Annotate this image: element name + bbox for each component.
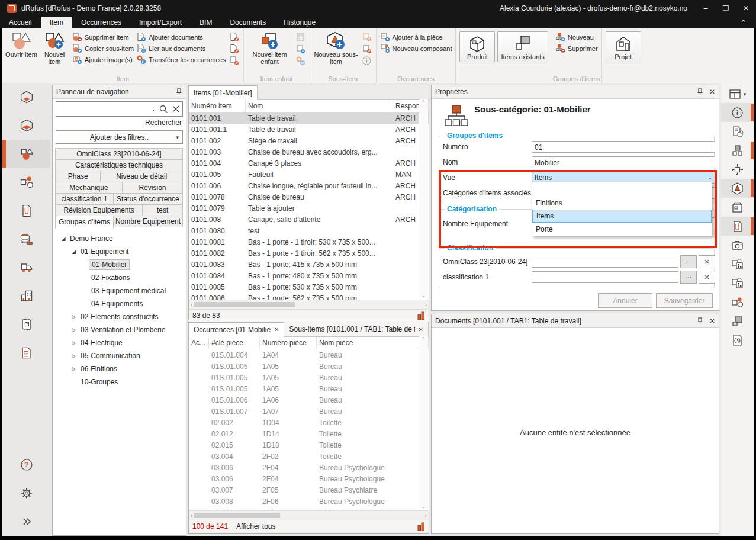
tree-expander-icon[interactable]: ◢ xyxy=(59,236,67,242)
module-attachments-icon[interactable] xyxy=(2,197,50,225)
module-reports-icon[interactable] xyxy=(2,339,50,367)
items-hscroll-thumb[interactable] xyxy=(194,302,295,307)
groupe-nouveau-button[interactable]: Nouveau xyxy=(555,31,598,43)
module-components-icon[interactable] xyxy=(2,168,50,197)
lier-documents-button[interactable]: Lier aux documents xyxy=(136,43,226,54)
table-row[interactable]: 0101.001Table de travailARCH xyxy=(189,112,429,124)
filter-tab-phase[interactable]: Phase xyxy=(55,171,101,182)
dropdown-option-blank[interactable] xyxy=(532,182,712,197)
afficher-tous-link[interactable]: Afficher tous xyxy=(236,522,275,531)
nouveau-sous-item-button[interactable]: Nouveau sous-item xyxy=(313,30,360,66)
documents-close-icon[interactable]: ✕ xyxy=(709,317,715,325)
ajouter-filtres-dropdown[interactable]: Ajouter des filtres.. ▾ xyxy=(56,130,183,144)
tree-expander-icon[interactable]: ▷ xyxy=(70,340,78,346)
table-row[interactable]: 01S.01.0051A05Bureau xyxy=(189,372,429,383)
table-row[interactable]: 0101.0086Bas - 1 porte: 562 x 735 x 500 … xyxy=(189,292,429,300)
occurrences-tab[interactable]: Occurrences [01-Mobilie ✕ xyxy=(189,322,284,337)
module-logistics-icon[interactable] xyxy=(2,253,50,282)
filter-tab-caracteristiques[interactable]: Caractéristiques techniques xyxy=(55,159,183,171)
table-row[interactable]: 0101.0082Bas - 1 porte - 1 tiroir: 562 x… xyxy=(189,247,429,259)
rechercher-link[interactable]: Rechercher xyxy=(56,118,182,127)
tree-expander-icon[interactable]: ▷ xyxy=(70,314,78,320)
items-column-chooser-icon[interactable] xyxy=(417,311,425,320)
table-row[interactable]: 0101.0080test xyxy=(189,225,429,236)
tool-sub-items-icon[interactable] xyxy=(721,141,754,160)
child-list-icon[interactable] xyxy=(295,32,305,42)
table-row[interactable]: 03.0062F04Bureau Psychologue xyxy=(189,473,429,484)
tree-node[interactable]: 01-Mobilier xyxy=(57,258,183,271)
numero-input[interactable]: 01 xyxy=(532,141,715,153)
tree-node[interactable]: ▷04-Electrique xyxy=(57,336,183,349)
table-row[interactable]: 0101.003Chaise de bureau avec accoudoirs… xyxy=(189,146,429,158)
expand-rail-icon[interactable] xyxy=(2,507,50,536)
sous-items-tab-close-icon[interactable]: ✕ xyxy=(419,326,423,333)
filter-tab-classification-1[interactable]: classification 1 xyxy=(55,193,114,205)
item-tool-2-icon[interactable] xyxy=(229,44,239,54)
item-tool-1-icon[interactable] xyxy=(229,32,239,42)
tool-info-icon[interactable] xyxy=(721,103,754,122)
module-rooms-icon[interactable] xyxy=(2,111,50,140)
tab-occurrences[interactable]: Occurrences xyxy=(72,17,130,28)
tree-node[interactable]: 02-Fixations xyxy=(57,271,183,284)
filter-tab-status-occurrence[interactable]: Status d'occurrence xyxy=(113,193,183,205)
occurrences-column-chooser-icon[interactable] xyxy=(417,522,425,531)
layout-selector[interactable]: ▾ xyxy=(729,85,747,103)
table-row[interactable]: 03.0072F05Bureau Psychiatre xyxy=(189,484,429,496)
settings-gear-icon[interactable] xyxy=(2,479,50,507)
tool-documents-icon[interactable] xyxy=(721,217,754,236)
properties-close-icon[interactable]: ✕ xyxy=(709,88,715,96)
annuler-button[interactable]: Annuler xyxy=(598,293,652,308)
table-row[interactable]: 01S.01.0061A06Bureau xyxy=(189,394,429,406)
tab-historique[interactable]: Historique xyxy=(275,17,324,28)
transferer-occurrences-button[interactable]: Transférer les occurrences xyxy=(136,54,226,65)
tab-bim[interactable]: BIM xyxy=(191,17,221,28)
table-row[interactable]: 01S.01.0051A05Bureau xyxy=(189,383,429,394)
tree-node[interactable]: 04-Equipements xyxy=(57,297,183,310)
tool-product-icon[interactable] xyxy=(721,198,754,217)
tool-existing-items-icon[interactable] xyxy=(721,311,754,330)
col-nom-piece[interactable]: Nom pièce xyxy=(317,337,419,349)
tree-node[interactable]: ◢01-Equipement xyxy=(57,245,183,258)
omniclass-input[interactable] xyxy=(532,256,678,268)
tree-node[interactable]: ▷02-Elements constructifs xyxy=(57,310,183,323)
table-row[interactable]: 0101.0085Bas - 1 porte: 530 x 735 x 500 … xyxy=(189,281,429,292)
table-row[interactable]: 02.0121D14Toilette xyxy=(189,428,429,439)
dropdown-option-items[interactable]: Items xyxy=(532,210,712,223)
ajouter-documents-button[interactable]: Ajouter documents xyxy=(136,31,226,43)
items-existants-button[interactable]: Items existants xyxy=(497,31,548,62)
filter-tab-revision-equipements[interactable]: Révision Equipements xyxy=(55,204,143,216)
tool-classification-icon[interactable] xyxy=(721,255,754,274)
subitem-info-icon[interactable] xyxy=(362,56,372,66)
search-history-caret-icon[interactable]: ⌄ xyxy=(151,106,156,112)
projet-button[interactable]: Projet xyxy=(606,31,641,62)
table-row[interactable]: 03.0042F02Toilette xyxy=(189,451,429,462)
tab-item[interactable]: Item xyxy=(41,17,72,28)
module-catalog-icon[interactable] xyxy=(2,310,50,339)
child-transfer-icon[interactable] xyxy=(295,56,305,66)
items-horizontal-scrollbar[interactable]: ‹ › xyxy=(189,300,429,309)
filter-tab-nombre-equipement[interactable]: Nombre Equipement xyxy=(113,216,183,227)
table-row[interactable]: 02.0021D04Toilette xyxy=(189,417,429,428)
table-row[interactable]: 0101.0081Bas - 1 porte - 1 tiroir: 530 x… xyxy=(189,236,429,247)
occurrences-horizontal-scrollbar[interactable]: ‹ › xyxy=(189,510,429,520)
close-button[interactable]: ✕ xyxy=(736,0,756,17)
table-row[interactable]: 0101.006Chaise longue, réglable pour fau… xyxy=(189,180,429,191)
filter-tab-mechanique[interactable]: Mechanique xyxy=(55,182,123,194)
minimize-button[interactable]: – xyxy=(696,0,716,17)
nav-search-input[interactable]: ⌄ xyxy=(56,101,183,117)
maximize-button[interactable]: ❐ xyxy=(716,0,736,17)
col-cle-piece[interactable]: #clé pièce xyxy=(209,337,260,349)
tool-item-view-icon[interactable] xyxy=(721,179,754,198)
nouvel-item-button[interactable]: Nouvel item xyxy=(38,30,71,66)
table-row[interactable]: 01S.01.0071A07Bureau xyxy=(189,406,429,417)
occurrences-vertical-scrollbar[interactable]: ⌃⌄ xyxy=(419,336,428,509)
produit-button[interactable]: Produit xyxy=(459,31,495,62)
filter-tab-revision[interactable]: Révision xyxy=(122,182,183,194)
items-tab[interactable]: Items [01-Mobilier] xyxy=(189,85,258,100)
nouvel-item-enfant-button[interactable]: Nouvel item enfant xyxy=(246,30,294,66)
occurrences-hscroll-thumb[interactable] xyxy=(194,513,280,518)
module-project-icon[interactable] xyxy=(2,83,50,111)
nom-input[interactable]: Mobilier xyxy=(532,156,715,168)
tool-matrix-icon[interactable] xyxy=(721,274,754,292)
supprimer-item-button[interactable]: Supprimer item xyxy=(72,31,134,43)
